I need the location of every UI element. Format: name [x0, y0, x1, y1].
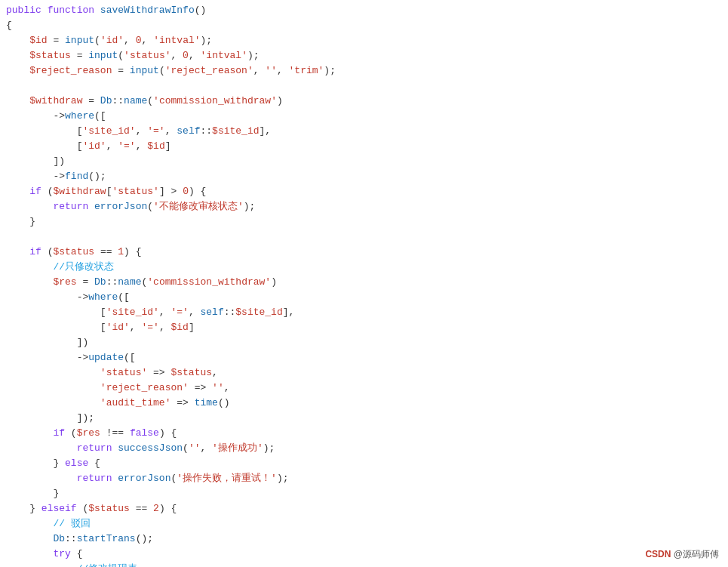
table-row: ]); — [0, 411, 728, 426]
code-editor: public function saveWithdrawInfo(){ $id … — [0, 0, 728, 567]
table-row: } else { — [0, 456, 728, 471]
table-row: //修改提现表 — [0, 562, 728, 567]
table-row: return errorJson('不能修改审核状态'); — [0, 199, 728, 214]
table-row: 'reject_reason' => '', — [0, 381, 728, 396]
table-row: ]) — [0, 154, 728, 169]
table-row: } — [0, 214, 728, 230]
table-row: if ($res !== false) { — [0, 426, 728, 441]
table-row: Db::startTrans(); — [0, 532, 728, 547]
table-row: $status = input('status', 0, 'intval'); — [0, 48, 728, 63]
table-row: ]) — [0, 335, 728, 350]
table-row: return errorJson('操作失败，请重试！'); — [0, 471, 728, 486]
table-row: $res = Db::name('commission_withdraw') — [0, 275, 728, 290]
table-row: 'audit_time' => time() — [0, 396, 728, 411]
table-row: try { — [0, 547, 728, 562]
table-row — [0, 79, 728, 94]
table-row: $reject_reason = input('reject_reason', … — [0, 63, 728, 79]
table-row: } — [0, 486, 728, 501]
csdn-logo: CSDN — [645, 549, 671, 559]
table-row: public function saveWithdrawInfo() — [0, 3, 728, 18]
table-row: { — [0, 18, 728, 33]
table-row — [0, 230, 728, 245]
table-row: } elseif ($status == 2) { — [0, 501, 728, 516]
table-row: // 驳回 — [0, 516, 728, 532]
code-content: public function saveWithdrawInfo(){ $id … — [0, 3, 728, 567]
table-row: 'status' => $status, — [0, 365, 728, 381]
table-row: ->where([ — [0, 109, 728, 124]
table-row: $withdraw = Db::name('commission_withdra… — [0, 94, 728, 109]
table-row: if ($withdraw['status'] > 0) { — [0, 184, 728, 199]
table-row: ->find(); — [0, 169, 728, 184]
table-row: if ($status == 1) { — [0, 245, 728, 260]
table-row: ['id', '=', $id] — [0, 139, 728, 154]
table-row: //只修改状态 — [0, 260, 728, 275]
table-row: ['site_id', '=', self::$site_id], — [0, 305, 728, 320]
table-row: ['id', '=', $id] — [0, 320, 728, 335]
source-logo: @源码师傅 — [674, 549, 719, 559]
table-row: ->update([ — [0, 350, 728, 365]
logo-area: CSDN @源码师傅 — [645, 547, 719, 561]
table-row: $id = input('id', 0, 'intval'); — [0, 33, 728, 48]
table-row: return successJson('', '操作成功'); — [0, 441, 728, 456]
table-row: ->where([ — [0, 290, 728, 305]
table-row: ['site_id', '=', self::$site_id], — [0, 124, 728, 139]
